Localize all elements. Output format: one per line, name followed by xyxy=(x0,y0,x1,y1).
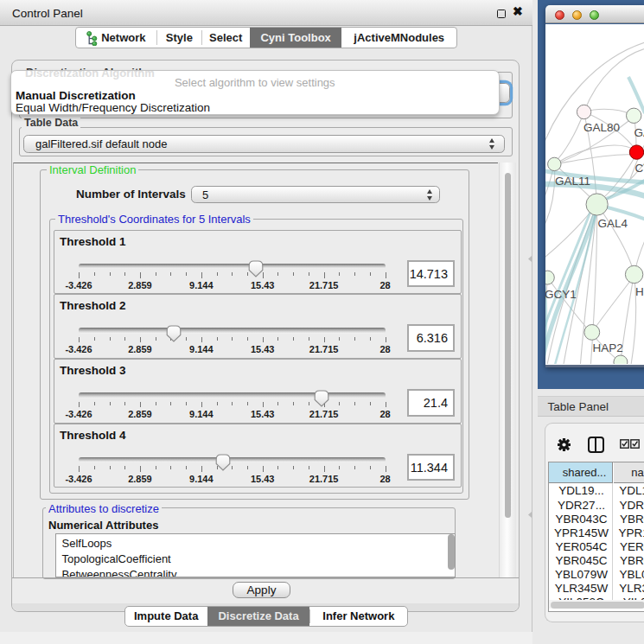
svg-text:HIS4: HIS4 xyxy=(635,285,644,298)
svg-text:GAL11: GAL11 xyxy=(555,175,590,188)
svg-text:GAL4: GAL4 xyxy=(598,217,628,230)
svg-text:GCY1: GCY1 xyxy=(545,288,577,301)
svg-text:CYC8: CYC8 xyxy=(635,162,644,175)
svg-text:GAL80: GAL80 xyxy=(583,121,620,134)
svg-text:GAL7: GAL7 xyxy=(634,126,644,139)
svg-text:HAP2: HAP2 xyxy=(593,341,623,354)
